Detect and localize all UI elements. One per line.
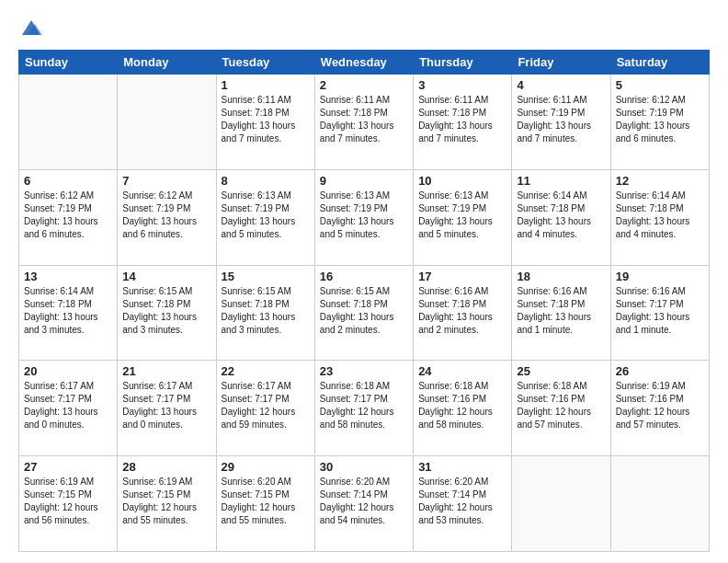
calendar-cell: 14Sunrise: 6:15 AM Sunset: 7:18 PM Dayli…: [118, 265, 216, 361]
cell-info-text: Sunrise: 6:15 AM Sunset: 7:18 PM Dayligh…: [222, 285, 310, 337]
cell-info-text: Sunrise: 6:11 AM Sunset: 7:18 PM Dayligh…: [320, 94, 408, 145]
cell-day-number: 5: [616, 78, 704, 92]
cell-day-number: 22: [222, 364, 310, 378]
logo: [18, 15, 48, 40]
cell-day-number: 26: [616, 364, 704, 378]
cell-info-text: Sunrise: 6:14 AM Sunset: 7:18 PM Dayligh…: [517, 190, 605, 241]
calendar-cell: 10Sunrise: 6:13 AM Sunset: 7:19 PM Dayli…: [414, 169, 512, 265]
calendar-table: SundayMondayTuesdayWednesdayThursdayFrid…: [18, 50, 710, 552]
calendar-cell: 7Sunrise: 6:12 AM Sunset: 7:19 PM Daylig…: [118, 169, 216, 265]
cell-day-number: 13: [24, 270, 112, 283]
cell-day-number: 10: [418, 174, 506, 188]
calendar-cell: 20Sunrise: 6:17 AM Sunset: 7:17 PM Dayli…: [19, 361, 118, 456]
calendar-cell: 22Sunrise: 6:17 AM Sunset: 7:17 PM Dayli…: [216, 361, 314, 456]
cell-day-number: 6: [24, 174, 112, 188]
cell-day-number: 20: [24, 364, 112, 378]
cell-day-number: 16: [320, 270, 408, 283]
cell-day-number: 12: [616, 174, 704, 188]
cell-day-number: 23: [320, 364, 408, 378]
page: SundayMondayTuesdayWednesdayThursdayFrid…: [0, 0, 728, 563]
calendar-cell: 16Sunrise: 6:15 AM Sunset: 7:18 PM Dayli…: [314, 265, 413, 361]
calendar-cell: 26Sunrise: 6:19 AM Sunset: 7:16 PM Dayli…: [610, 361, 709, 456]
calendar-cell: 13Sunrise: 6:14 AM Sunset: 7:18 PM Dayli…: [19, 265, 118, 361]
calendar-cell: 18Sunrise: 6:16 AM Sunset: 7:18 PM Dayli…: [512, 265, 610, 361]
calendar-cell: [118, 75, 216, 170]
cell-day-number: 7: [122, 174, 210, 188]
cell-info-text: Sunrise: 6:19 AM Sunset: 7:15 PM Dayligh…: [122, 476, 210, 527]
calendar-cell: 30Sunrise: 6:20 AM Sunset: 7:14 PM Dayli…: [314, 456, 413, 552]
calendar-cell: [512, 456, 610, 552]
calendar-cell: 15Sunrise: 6:15 AM Sunset: 7:18 PM Dayli…: [216, 265, 314, 361]
calendar-cell: 31Sunrise: 6:20 AM Sunset: 7:14 PM Dayli…: [414, 456, 512, 552]
cell-day-number: 30: [320, 460, 408, 474]
calendar-cell: 29Sunrise: 6:20 AM Sunset: 7:15 PM Dayli…: [216, 456, 314, 552]
cell-day-number: 3: [418, 78, 506, 92]
cell-day-number: 17: [418, 270, 506, 283]
cell-info-text: Sunrise: 6:14 AM Sunset: 7:18 PM Dayligh…: [24, 285, 112, 337]
cell-info-text: Sunrise: 6:15 AM Sunset: 7:18 PM Dayligh…: [320, 285, 408, 337]
calendar-header-row: SundayMondayTuesdayWednesdayThursdayFrid…: [19, 51, 710, 75]
calendar-week-1: 1Sunrise: 6:11 AM Sunset: 7:18 PM Daylig…: [19, 75, 710, 170]
weekday-header-monday: Monday: [118, 51, 216, 75]
cell-day-number: 31: [418, 460, 506, 474]
weekday-header-friday: Friday: [512, 51, 610, 75]
cell-info-text: Sunrise: 6:18 AM Sunset: 7:17 PM Dayligh…: [320, 380, 408, 431]
weekday-header-tuesday: Tuesday: [216, 51, 314, 75]
calendar-cell: 6Sunrise: 6:12 AM Sunset: 7:19 PM Daylig…: [19, 169, 118, 265]
cell-info-text: Sunrise: 6:11 AM Sunset: 7:19 PM Dayligh…: [517, 94, 605, 145]
cell-day-number: 15: [222, 270, 310, 283]
calendar-cell: 1Sunrise: 6:11 AM Sunset: 7:18 PM Daylig…: [216, 75, 314, 170]
weekday-header-sunday: Sunday: [19, 51, 118, 75]
cell-info-text: Sunrise: 6:18 AM Sunset: 7:16 PM Dayligh…: [517, 380, 605, 431]
cell-day-number: 29: [222, 460, 310, 474]
cell-day-number: 11: [517, 174, 605, 188]
cell-info-text: Sunrise: 6:19 AM Sunset: 7:15 PM Dayligh…: [24, 476, 112, 527]
cell-day-number: 1: [222, 78, 310, 92]
cell-info-text: Sunrise: 6:12 AM Sunset: 7:19 PM Dayligh…: [24, 190, 112, 241]
calendar-cell: 28Sunrise: 6:19 AM Sunset: 7:15 PM Dayli…: [118, 456, 216, 552]
cell-day-number: 2: [320, 78, 408, 92]
cell-info-text: Sunrise: 6:17 AM Sunset: 7:17 PM Dayligh…: [222, 380, 310, 431]
cell-info-text: Sunrise: 6:14 AM Sunset: 7:18 PM Dayligh…: [616, 190, 704, 241]
cell-day-number: 18: [517, 270, 605, 283]
cell-day-number: 14: [122, 270, 210, 283]
calendar-cell: 2Sunrise: 6:11 AM Sunset: 7:18 PM Daylig…: [314, 75, 413, 170]
calendar-cell: 24Sunrise: 6:18 AM Sunset: 7:16 PM Dayli…: [414, 361, 512, 456]
cell-info-text: Sunrise: 6:16 AM Sunset: 7:18 PM Dayligh…: [418, 285, 506, 337]
calendar-week-4: 20Sunrise: 6:17 AM Sunset: 7:17 PM Dayli…: [19, 361, 710, 456]
calendar-cell: 5Sunrise: 6:12 AM Sunset: 7:19 PM Daylig…: [610, 75, 709, 170]
cell-info-text: Sunrise: 6:20 AM Sunset: 7:14 PM Dayligh…: [320, 476, 408, 527]
calendar-cell: [19, 75, 118, 170]
calendar-cell: 11Sunrise: 6:14 AM Sunset: 7:18 PM Dayli…: [512, 169, 610, 265]
weekday-header-wednesday: Wednesday: [314, 51, 413, 75]
cell-day-number: 21: [122, 364, 210, 378]
calendar-week-3: 13Sunrise: 6:14 AM Sunset: 7:18 PM Dayli…: [19, 265, 710, 361]
cell-info-text: Sunrise: 6:16 AM Sunset: 7:18 PM Dayligh…: [517, 285, 605, 337]
calendar-cell: 17Sunrise: 6:16 AM Sunset: 7:18 PM Dayli…: [414, 265, 512, 361]
cell-info-text: Sunrise: 6:13 AM Sunset: 7:19 PM Dayligh…: [418, 190, 506, 241]
calendar-cell: [610, 456, 709, 552]
cell-info-text: Sunrise: 6:18 AM Sunset: 7:16 PM Dayligh…: [418, 380, 506, 431]
cell-info-text: Sunrise: 6:16 AM Sunset: 7:17 PM Dayligh…: [616, 285, 704, 337]
cell-info-text: Sunrise: 6:17 AM Sunset: 7:17 PM Dayligh…: [122, 380, 210, 431]
cell-day-number: 27: [24, 460, 112, 474]
calendar-cell: 23Sunrise: 6:18 AM Sunset: 7:17 PM Dayli…: [314, 361, 413, 456]
cell-info-text: Sunrise: 6:12 AM Sunset: 7:19 PM Dayligh…: [122, 190, 210, 241]
cell-info-text: Sunrise: 6:20 AM Sunset: 7:14 PM Dayligh…: [418, 476, 506, 527]
calendar-cell: 27Sunrise: 6:19 AM Sunset: 7:15 PM Dayli…: [19, 456, 118, 552]
calendar-cell: 3Sunrise: 6:11 AM Sunset: 7:18 PM Daylig…: [414, 75, 512, 170]
cell-day-number: 28: [122, 460, 210, 474]
cell-day-number: 9: [320, 174, 408, 188]
cell-info-text: Sunrise: 6:13 AM Sunset: 7:19 PM Dayligh…: [222, 190, 310, 241]
cell-day-number: 25: [517, 364, 605, 378]
calendar-week-2: 6Sunrise: 6:12 AM Sunset: 7:19 PM Daylig…: [19, 169, 710, 265]
cell-info-text: Sunrise: 6:11 AM Sunset: 7:18 PM Dayligh…: [222, 94, 310, 145]
calendar-cell: 8Sunrise: 6:13 AM Sunset: 7:19 PM Daylig…: [216, 169, 314, 265]
cell-info-text: Sunrise: 6:17 AM Sunset: 7:17 PM Dayligh…: [24, 380, 112, 431]
weekday-header-thursday: Thursday: [414, 51, 512, 75]
cell-day-number: 19: [616, 270, 704, 283]
cell-info-text: Sunrise: 6:20 AM Sunset: 7:15 PM Dayligh…: [222, 476, 310, 527]
cell-info-text: Sunrise: 6:19 AM Sunset: 7:16 PM Dayligh…: [616, 380, 704, 431]
logo-icon: [18, 15, 44, 40]
calendar-cell: 19Sunrise: 6:16 AM Sunset: 7:17 PM Dayli…: [610, 265, 709, 361]
